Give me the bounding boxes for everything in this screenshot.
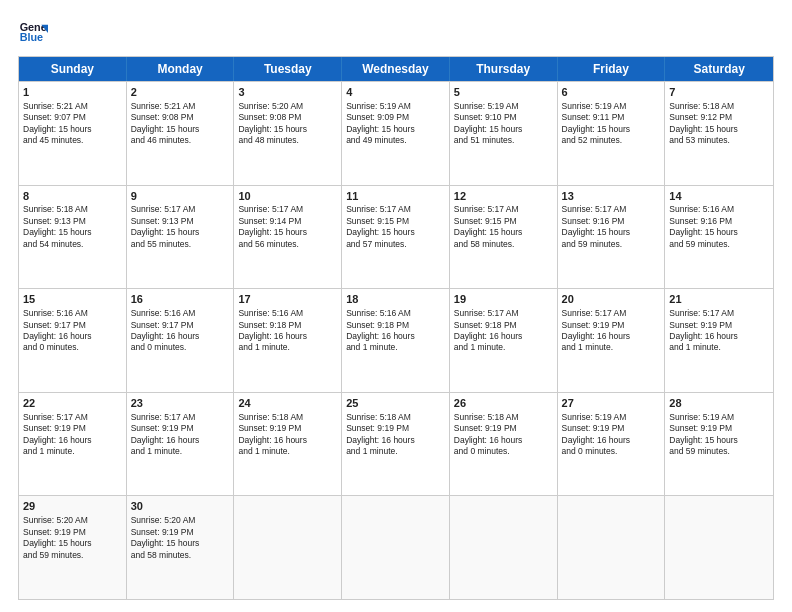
day-info: and 1 minute. (346, 342, 445, 353)
day-info: and 59 minutes. (669, 239, 769, 250)
day-info: Sunset: 9:18 PM (346, 320, 445, 331)
calendar-cell: 20Sunrise: 5:17 AMSunset: 9:19 PMDayligh… (558, 289, 666, 392)
day-info: Sunrise: 5:20 AM (23, 515, 122, 526)
day-info: Sunrise: 5:21 AM (23, 101, 122, 112)
calendar-row: 1Sunrise: 5:21 AMSunset: 9:07 PMDaylight… (19, 81, 773, 185)
calendar-row: 29Sunrise: 5:20 AMSunset: 9:19 PMDayligh… (19, 495, 773, 599)
day-info: and 54 minutes. (23, 239, 122, 250)
day-info: Sunrise: 5:17 AM (346, 204, 445, 215)
calendar-row: 15Sunrise: 5:16 AMSunset: 9:17 PMDayligh… (19, 288, 773, 392)
day-info: Daylight: 16 hours (454, 331, 553, 342)
day-number: 24 (238, 396, 337, 411)
day-info: and 58 minutes. (454, 239, 553, 250)
day-info: Sunrise: 5:16 AM (669, 204, 769, 215)
day-info: and 1 minute. (669, 342, 769, 353)
day-number: 13 (562, 189, 661, 204)
day-info: Sunset: 9:19 PM (23, 527, 122, 538)
day-info: and 46 minutes. (131, 135, 230, 146)
day-info: Sunrise: 5:17 AM (238, 204, 337, 215)
day-number: 30 (131, 499, 230, 514)
calendar-cell: 26Sunrise: 5:18 AMSunset: 9:19 PMDayligh… (450, 393, 558, 496)
day-number: 15 (23, 292, 122, 307)
day-info: Sunrise: 5:16 AM (238, 308, 337, 319)
day-info: Sunrise: 5:16 AM (23, 308, 122, 319)
day-info: Daylight: 16 hours (454, 435, 553, 446)
day-info: Sunset: 9:13 PM (23, 216, 122, 227)
calendar-cell: 24Sunrise: 5:18 AMSunset: 9:19 PMDayligh… (234, 393, 342, 496)
day-info: Daylight: 15 hours (669, 435, 769, 446)
day-info: Daylight: 15 hours (562, 227, 661, 238)
calendar-cell: 10Sunrise: 5:17 AMSunset: 9:14 PMDayligh… (234, 186, 342, 289)
calendar-cell (450, 496, 558, 599)
day-info: and 48 minutes. (238, 135, 337, 146)
day-info: and 56 minutes. (238, 239, 337, 250)
day-info: and 59 minutes. (562, 239, 661, 250)
day-info: Daylight: 15 hours (346, 227, 445, 238)
day-info: Daylight: 16 hours (346, 435, 445, 446)
calendar: SundayMondayTuesdayWednesdayThursdayFrid… (18, 56, 774, 600)
day-info: Daylight: 15 hours (238, 124, 337, 135)
day-info: and 52 minutes. (562, 135, 661, 146)
day-number: 23 (131, 396, 230, 411)
day-info: Sunset: 9:14 PM (238, 216, 337, 227)
day-number: 28 (669, 396, 769, 411)
day-number: 6 (562, 85, 661, 100)
calendar-cell: 11Sunrise: 5:17 AMSunset: 9:15 PMDayligh… (342, 186, 450, 289)
calendar-cell (665, 496, 773, 599)
calendar-cell: 29Sunrise: 5:20 AMSunset: 9:19 PMDayligh… (19, 496, 127, 599)
day-info: Sunset: 9:18 PM (454, 320, 553, 331)
day-number: 8 (23, 189, 122, 204)
day-info: Sunset: 9:07 PM (23, 112, 122, 123)
day-info: Sunset: 9:19 PM (669, 320, 769, 331)
day-number: 22 (23, 396, 122, 411)
day-info: Daylight: 16 hours (131, 435, 230, 446)
day-info: and 59 minutes. (23, 550, 122, 561)
day-info: and 1 minute. (131, 446, 230, 457)
day-info: Sunset: 9:19 PM (562, 320, 661, 331)
day-info: Sunset: 9:19 PM (669, 423, 769, 434)
logo: General Blue (18, 18, 48, 48)
calendar-page: General Blue SundayMondayTuesdayWednesda… (0, 0, 792, 612)
calendar-cell (342, 496, 450, 599)
day-info: Sunset: 9:19 PM (131, 423, 230, 434)
day-number: 19 (454, 292, 553, 307)
calendar-cell: 12Sunrise: 5:17 AMSunset: 9:15 PMDayligh… (450, 186, 558, 289)
day-info: Sunrise: 5:19 AM (669, 412, 769, 423)
calendar-cell: 1Sunrise: 5:21 AMSunset: 9:07 PMDaylight… (19, 82, 127, 185)
day-info: Daylight: 15 hours (346, 124, 445, 135)
day-info: and 55 minutes. (131, 239, 230, 250)
day-info: Daylight: 16 hours (23, 331, 122, 342)
day-number: 20 (562, 292, 661, 307)
calendar-cell: 16Sunrise: 5:16 AMSunset: 9:17 PMDayligh… (127, 289, 235, 392)
day-info: Sunrise: 5:19 AM (562, 101, 661, 112)
calendar-cell: 18Sunrise: 5:16 AMSunset: 9:18 PMDayligh… (342, 289, 450, 392)
calendar-cell: 23Sunrise: 5:17 AMSunset: 9:19 PMDayligh… (127, 393, 235, 496)
day-number: 29 (23, 499, 122, 514)
day-info: Sunrise: 5:17 AM (454, 204, 553, 215)
day-number: 9 (131, 189, 230, 204)
day-number: 18 (346, 292, 445, 307)
day-info: and 1 minute. (562, 342, 661, 353)
calendar-cell: 21Sunrise: 5:17 AMSunset: 9:19 PMDayligh… (665, 289, 773, 392)
day-info: and 45 minutes. (23, 135, 122, 146)
day-info: Sunrise: 5:18 AM (23, 204, 122, 215)
day-info: Sunset: 9:16 PM (562, 216, 661, 227)
day-info: Daylight: 15 hours (23, 124, 122, 135)
calendar-cell: 27Sunrise: 5:19 AMSunset: 9:19 PMDayligh… (558, 393, 666, 496)
day-info: Sunrise: 5:18 AM (454, 412, 553, 423)
calendar-cell: 7Sunrise: 5:18 AMSunset: 9:12 PMDaylight… (665, 82, 773, 185)
day-info: Sunset: 9:18 PM (238, 320, 337, 331)
day-number: 3 (238, 85, 337, 100)
day-info: Sunset: 9:15 PM (346, 216, 445, 227)
day-info: and 1 minute. (454, 342, 553, 353)
day-info: Sunrise: 5:19 AM (454, 101, 553, 112)
calendar-cell: 4Sunrise: 5:19 AMSunset: 9:09 PMDaylight… (342, 82, 450, 185)
day-info: Sunset: 9:19 PM (238, 423, 337, 434)
calendar-cell: 28Sunrise: 5:19 AMSunset: 9:19 PMDayligh… (665, 393, 773, 496)
day-number: 7 (669, 85, 769, 100)
day-info: Sunset: 9:15 PM (454, 216, 553, 227)
day-info: Daylight: 15 hours (23, 227, 122, 238)
day-info: Daylight: 16 hours (238, 331, 337, 342)
day-info: Sunrise: 5:17 AM (562, 308, 661, 319)
day-info: Daylight: 15 hours (454, 227, 553, 238)
